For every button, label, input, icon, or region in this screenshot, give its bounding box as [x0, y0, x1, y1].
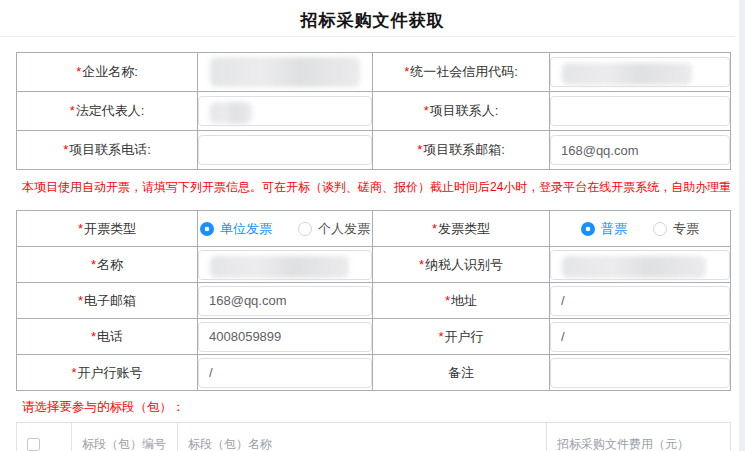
radio-option-general-invoice[interactable]: 普票	[581, 220, 627, 238]
section-name-header: 标段（包）名称	[178, 423, 547, 451]
company-info-table: *企业名称: *统一社会信用代码: *法定代表人:	[16, 52, 731, 170]
project-contact-label: *项目联系人:	[373, 92, 550, 131]
bank-account-value-cell	[198, 355, 373, 391]
invoice-name-label: *名称	[17, 247, 198, 283]
taxpayer-id-label: *纳税人识别号	[373, 247, 550, 283]
required-mark: *	[91, 257, 96, 272]
company-name-label: *企业名称:	[17, 53, 198, 92]
document-fee-header: 招标采购文件费用（元）	[547, 423, 731, 451]
invoice-name-value-cell	[198, 247, 373, 283]
project-phone-value-cell	[198, 131, 373, 170]
phone-label: *电话	[17, 319, 198, 355]
auto-invoice-notice: 本项目使用自动开票，请填写下列开票信息。可在开标（谈判、磋商、报价）截止时间后2…	[22, 180, 730, 195]
table-row: *企业名称: *统一社会信用代码:	[17, 53, 731, 92]
invoice-email-value-cell	[198, 283, 373, 319]
invoice-category-cell: 普票 专票	[550, 211, 731, 247]
bank-label: *开户行	[373, 319, 550, 355]
invoice-category-radio-group: 普票 专票	[550, 220, 730, 238]
radio-option-unit-invoice[interactable]: 单位发票	[200, 220, 272, 238]
radio-option-special-invoice[interactable]: 专票	[653, 220, 699, 238]
select-all-cell	[17, 423, 72, 451]
table-row: *名称 *纳税人识别号	[17, 247, 731, 283]
remark-value-cell	[550, 355, 731, 391]
table-row: *开票类型 单位发票 个人发票 *发票类型	[17, 211, 731, 247]
legal-representative-redacted-value	[210, 102, 252, 124]
section-table-header-row: 标段（包）编号 标段（包）名称 招标采购文件费用（元）	[17, 423, 731, 451]
bank-value-cell	[550, 319, 731, 355]
form-content: *企业名称: *统一社会信用代码: *法定代表人:	[0, 52, 745, 451]
table-row: *电子邮箱 *地址	[17, 283, 731, 319]
project-phone-label: *项目联系电话:	[17, 131, 198, 170]
legal-representative-label: *法定代表人:	[17, 92, 198, 131]
required-mark: *	[424, 103, 429, 118]
credit-code-label: *统一社会信用代码:	[373, 53, 550, 92]
table-row: *开户行账号 备注	[17, 355, 731, 391]
section-list-table: 标段（包）编号 标段（包）名称 招标采购文件费用（元）	[16, 422, 731, 451]
invoice-category-label: *发票类型	[373, 211, 550, 247]
required-mark: *	[438, 329, 443, 344]
company-name-value-cell	[198, 53, 373, 92]
taxpayer-id-redacted-value	[562, 256, 706, 278]
remark-label: 备注	[373, 355, 550, 391]
radio-option-personal-invoice[interactable]: 个人发票	[298, 220, 370, 238]
radio-checked-icon	[581, 222, 595, 236]
select-all-checkbox[interactable]	[27, 438, 40, 451]
required-mark: *	[91, 329, 96, 344]
scrollbar-track[interactable]	[739, 0, 745, 451]
project-email-value-cell	[550, 131, 731, 170]
address-label: *地址	[373, 283, 550, 319]
required-mark: *	[419, 257, 424, 272]
project-contact-value-cell	[550, 92, 731, 131]
title-divider	[0, 36, 735, 37]
table-row: *法定代表人: *项目联系人:	[17, 92, 731, 131]
invoice-info-table: *开票类型 单位发票 个人发票 *发票类型	[16, 210, 731, 391]
credit-code-value-cell	[550, 53, 731, 92]
invoice-email-label: *电子邮箱	[17, 283, 198, 319]
phone-value-cell	[198, 319, 373, 355]
taxpayer-id-value-cell	[550, 247, 731, 283]
radio-checked-icon	[200, 222, 214, 236]
required-mark: *	[432, 221, 437, 236]
required-mark: *	[445, 293, 450, 308]
invoice-name-redacted-value	[210, 256, 349, 278]
required-mark: *	[78, 221, 83, 236]
bank-input[interactable]	[550, 322, 730, 352]
bid-document-form-page: 招标采购文件获取 *企业名称: *统一社会信用代码:	[0, 0, 745, 451]
bank-account-label: *开户行账号	[17, 355, 198, 391]
required-mark: *	[70, 103, 75, 118]
address-input[interactable]	[550, 286, 730, 316]
required-mark: *	[404, 64, 409, 79]
radio-unchecked-icon	[653, 222, 667, 236]
bank-account-input[interactable]	[198, 358, 372, 388]
radio-unchecked-icon	[298, 222, 312, 236]
invoice-issue-type-cell: 单位发票 个人发票	[198, 211, 373, 247]
table-row: *项目联系电话: *项目联系邮箱:	[17, 131, 731, 170]
legal-representative-value-cell	[198, 92, 373, 131]
required-mark: *	[71, 365, 76, 380]
phone-input[interactable]	[198, 322, 372, 352]
project-email-input[interactable]	[550, 135, 730, 165]
project-phone-input[interactable]	[198, 135, 372, 165]
table-row: *电话 *开户行	[17, 319, 731, 355]
required-mark: *	[76, 64, 81, 79]
section-number-header: 标段（包）编号	[72, 423, 178, 451]
project-contact-input[interactable]	[550, 96, 730, 126]
required-mark: *	[417, 142, 422, 157]
required-mark: *	[63, 142, 68, 157]
required-mark: *	[78, 293, 83, 308]
project-email-label: *项目联系邮箱:	[373, 131, 550, 170]
invoice-issue-type-label: *开票类型	[17, 211, 198, 247]
invoice-email-input[interactable]	[198, 286, 372, 316]
select-section-notice: 请选择要参与的标段（包）：	[22, 400, 730, 415]
page-title: 招标采购文件获取	[0, 0, 745, 36]
company-name-redacted-value	[210, 57, 360, 87]
invoice-issue-type-radio-group: 单位发票 个人发票	[198, 220, 372, 238]
credit-code-redacted-value	[562, 63, 692, 85]
address-value-cell	[550, 283, 731, 319]
remark-input[interactable]	[550, 358, 730, 388]
